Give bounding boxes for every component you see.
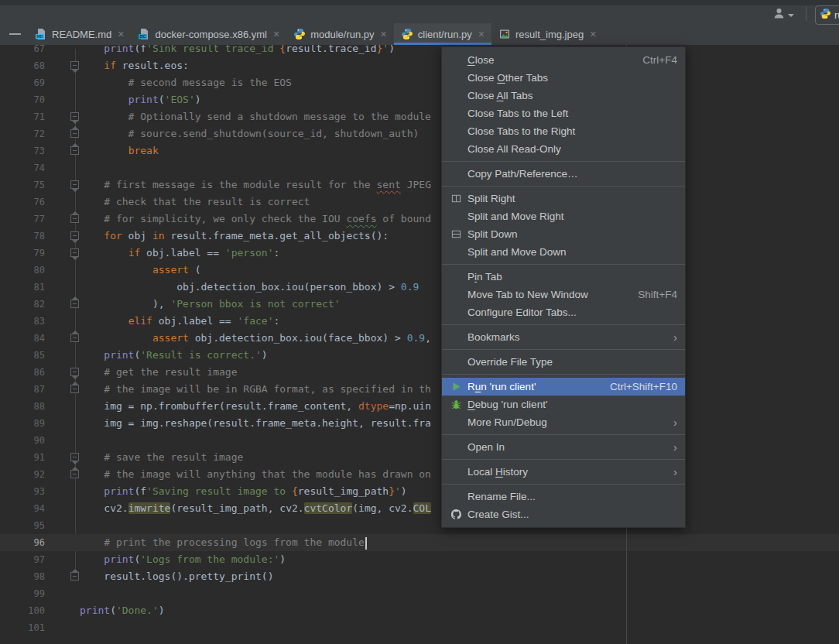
menu-item-label: Create Gist...: [467, 509, 677, 520]
menu-item-copy-path-reference[interactable]: Copy Path/Reference…: [442, 165, 685, 183]
menu-item-bookmarks[interactable]: Bookmarks›: [442, 328, 685, 346]
fold-marker[interactable]: [70, 300, 79, 308]
line-number[interactable]: 97: [0, 551, 45, 568]
tab-result-img-jpeg[interactable]: result_img.jpeg×: [491, 23, 603, 45]
gutter-fold-column: [45, 330, 80, 347]
tab-readme-md[interactable]: MDREADME.md×: [28, 23, 131, 45]
line-number[interactable]: 99: [0, 585, 45, 602]
fold-marker[interactable]: [70, 385, 79, 393]
line-number[interactable]: 79: [0, 245, 45, 262]
line-number[interactable]: 85: [0, 347, 45, 364]
fold-marker[interactable]: [70, 572, 79, 581]
fold-marker[interactable]: [70, 453, 79, 461]
menu-item-configure-editor-tabs[interactable]: Configure Editor Tabs...: [442, 303, 685, 321]
fold-marker[interactable]: [70, 129, 79, 138]
fold-marker[interactable]: [70, 470, 79, 478]
code-text: # print the processing logs from the mod…: [80, 534, 839, 551]
code-line: 80 assert (: [0, 262, 839, 279]
line-number[interactable]: 91: [0, 449, 45, 466]
menu-item-close-all-tabs[interactable]: Close All Tabs: [442, 87, 685, 104]
fold-marker[interactable]: [70, 61, 79, 70]
line-number[interactable]: 68: [0, 57, 45, 74]
menu-item-split-and-move-down[interactable]: Split and Move Down: [442, 243, 685, 261]
line-number[interactable]: 73: [0, 142, 45, 159]
line-number[interactable]: 93: [0, 483, 45, 500]
menu-item-close-other-tabs[interactable]: Close Other Tabs: [442, 69, 685, 87]
line-number[interactable]: 96: [0, 534, 45, 551]
menu-item-more-run-debug[interactable]: More Run/Debug›: [442, 413, 685, 431]
line-number[interactable]: 94: [0, 500, 45, 517]
line-number[interactable]: 86: [0, 364, 45, 381]
close-icon[interactable]: ×: [381, 29, 387, 39]
line-number[interactable]: 83: [0, 313, 45, 330]
menu-item-split-right[interactable]: Split Right: [442, 190, 685, 207]
line-number[interactable]: 88: [0, 398, 45, 415]
menu-item-pin-tab[interactable]: Pin Tab: [442, 268, 685, 286]
menu-item-run-run-client[interactable]: Run 'run client'Ctrl+Shift+F10: [442, 378, 685, 396]
code-line: 77 # for simplicity, we only check the I…: [0, 211, 839, 228]
line-number[interactable]: 100: [0, 602, 45, 619]
menu-item-close-tabs-to-the-right[interactable]: Close Tabs to the Right: [442, 122, 685, 140]
menu-separator: [442, 374, 685, 375]
close-icon[interactable]: ×: [478, 29, 485, 39]
close-icon[interactable]: ×: [590, 29, 596, 39]
line-number[interactable]: 95: [0, 517, 45, 534]
user-account-button[interactable]: [772, 7, 794, 23]
menu-item-move-tab-to-new-window[interactable]: Move Tab to New WindowShift+F4: [442, 286, 685, 303]
line-number[interactable]: 70: [0, 91, 45, 108]
menu-item-override-file-type[interactable]: Override File Type: [442, 353, 685, 371]
menu-item-close-tabs-to-the-left[interactable]: Close Tabs to the Left: [442, 104, 685, 122]
fold-marker[interactable]: [70, 214, 79, 223]
menu-item-rename-file[interactable]: Rename File...: [442, 488, 685, 505]
menu-item-open-in[interactable]: Open In›: [442, 438, 685, 456]
menu-item-split-and-move-right[interactable]: Split and Move Right: [442, 207, 685, 225]
code-editor[interactable]: 67 print(f'Sink result trace_id {result.…: [0, 0, 839, 644]
menu-item-local-history[interactable]: Local History›: [442, 463, 685, 481]
line-number[interactable]: 81: [0, 279, 45, 296]
line-number[interactable]: 76: [0, 194, 45, 211]
line-number[interactable]: 90: [0, 432, 45, 449]
line-number[interactable]: 84: [0, 330, 45, 347]
close-icon[interactable]: ×: [273, 29, 279, 39]
tab-module-run-py[interactable]: module/run.py×: [286, 23, 394, 45]
line-number[interactable]: 75: [0, 176, 45, 194]
line-number[interactable]: 101: [0, 619, 45, 636]
code-line: 78 for obj in result.frame_meta.get_all_…: [0, 228, 839, 245]
run-configuration-selector[interactable]: ru: [815, 5, 839, 25]
menu-item-close[interactable]: CloseCtrl+F4: [442, 51, 685, 69]
tab-docker-compose-x86-yml[interactable]: DCdocker-compose.x86.yml×: [131, 23, 286, 45]
line-number[interactable]: 69: [0, 74, 45, 91]
line-number[interactable]: 92: [0, 466, 45, 483]
menu-item-close-all-read-only[interactable]: Close All Read-Only: [442, 140, 685, 158]
submenu-arrow-icon: ›: [673, 441, 677, 453]
code-line: 98 result.logs().pretty_print(): [0, 568, 839, 585]
hide-tabs-button[interactable]: [9, 33, 21, 35]
menu-item-split-down[interactable]: Split Down: [442, 225, 685, 243]
line-number[interactable]: 71: [0, 108, 45, 125]
line-number[interactable]: 89: [0, 415, 45, 432]
menu-item-create-gist[interactable]: Create Gist...: [442, 505, 685, 523]
menu-item-label: Split and Move Right: [467, 211, 677, 222]
fold-marker[interactable]: [70, 368, 79, 376]
line-number[interactable]: 98: [0, 568, 45, 585]
fold-marker[interactable]: [70, 248, 79, 257]
line-number[interactable]: 78: [0, 228, 45, 245]
fold-marker[interactable]: [70, 334, 79, 342]
fold-marker[interactable]: [70, 146, 79, 155]
gutter-fold-column: [45, 159, 80, 176]
line-number[interactable]: 82: [0, 296, 45, 313]
line-number[interactable]: 87: [0, 381, 45, 398]
fold-marker[interactable]: [70, 112, 79, 121]
close-icon[interactable]: ×: [118, 29, 124, 39]
line-number[interactable]: 72: [0, 125, 45, 142]
menu-item-debug-run-client[interactable]: Debug 'run client': [442, 396, 685, 413]
fold-marker[interactable]: [70, 180, 79, 189]
fold-marker[interactable]: [70, 231, 79, 240]
line-number[interactable]: 77: [0, 211, 45, 228]
split-right-icon: [448, 193, 464, 204]
tab-client-run-py[interactable]: client/run.py×: [394, 23, 491, 45]
line-number[interactable]: 80: [0, 262, 45, 279]
main-toolbar: MDREADME.md×DCdocker-compose.x86.yml×mod…: [0, 0, 839, 45]
code-line: 92 # the image will anything that the mo…: [0, 466, 839, 483]
line-number[interactable]: 74: [0, 159, 45, 176]
